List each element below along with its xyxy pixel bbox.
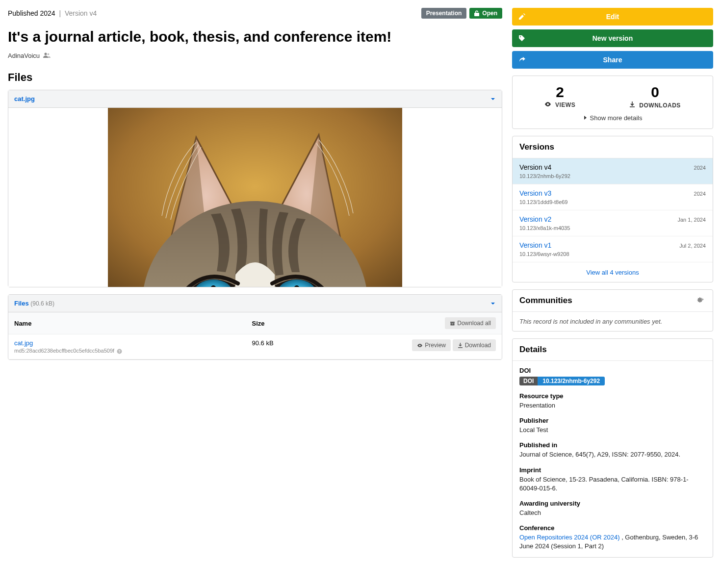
version-item[interactable]: Version v2Jan 1, 202410.123/x8a1k-m4035 bbox=[513, 210, 713, 236]
detail-key: Awarding university bbox=[519, 500, 706, 507]
chevron-down-icon[interactable] bbox=[490, 301, 496, 307]
show-more-details[interactable]: Show more details bbox=[583, 114, 643, 122]
file-preview-body bbox=[8, 108, 502, 287]
version-item[interactable]: Version v3202410.123/1ddd9-t8e69 bbox=[513, 184, 713, 210]
version-item[interactable]: Version v4202410.123/2nhmb-6y292 bbox=[513, 158, 713, 184]
detail-key: DOI bbox=[519, 367, 706, 374]
share-icon bbox=[512, 56, 532, 63]
version-doi: 10.123/6wsyr-w9208 bbox=[519, 251, 706, 257]
versions-heading: Versions bbox=[513, 136, 713, 158]
files-panel-label[interactable]: Files bbox=[14, 300, 29, 307]
detail-block: PublisherLocal Test bbox=[519, 417, 706, 435]
svg-text:?: ? bbox=[119, 350, 121, 353]
version-date: 2024 bbox=[694, 191, 706, 197]
download-button[interactable]: Download bbox=[453, 339, 496, 351]
share-button[interactable]: Share bbox=[512, 51, 713, 69]
file-size: 90.6 kB bbox=[246, 334, 312, 359]
communities-settings[interactable] bbox=[697, 297, 706, 305]
version-date: Jul 2, 2024 bbox=[679, 243, 706, 249]
communities-card: Communities This record is not included … bbox=[512, 289, 713, 332]
people-icon bbox=[43, 52, 51, 59]
file-preview-panel: cat.jpg bbox=[8, 90, 502, 287]
edit-button[interactable]: Edit bbox=[512, 8, 713, 26]
communities-heading: Communities bbox=[519, 296, 572, 306]
current-version: Version v4 bbox=[65, 9, 97, 17]
version-item[interactable]: Version v1Jul 2, 202410.123/6wsyr-w9208 bbox=[513, 236, 713, 262]
download-icon bbox=[458, 343, 463, 348]
download-all-button[interactable]: Download all bbox=[445, 317, 496, 329]
eye-icon bbox=[544, 102, 553, 108]
file-preview-header[interactable]: cat.jpg bbox=[8, 90, 502, 108]
detail-key: Imprint bbox=[519, 466, 706, 474]
detail-block: DOIDOI10.123/2nhmb-6y292 bbox=[519, 367, 706, 385]
tag-icon bbox=[512, 35, 532, 42]
eye-icon bbox=[417, 343, 423, 348]
table-row: cat.jpg md5:28acd6238ebcffbec0c5efdcc5ba… bbox=[8, 334, 502, 359]
version-doi: 10.123/x8a1k-m4035 bbox=[519, 225, 706, 231]
files-panel: Files (90.6 kB) Name Size bbox=[8, 294, 502, 360]
new-version-button[interactable]: New version bbox=[512, 29, 713, 47]
cat-image bbox=[108, 108, 402, 287]
detail-key: Publisher bbox=[519, 417, 706, 424]
caret-right-icon bbox=[583, 115, 587, 120]
detail-block: ConferenceOpen Repositories 2024 (OR 202… bbox=[519, 524, 706, 551]
access-status-badge: Open bbox=[469, 8, 502, 19]
file-link[interactable]: cat.jpg bbox=[14, 339, 33, 347]
archive-icon bbox=[450, 321, 455, 326]
version-link[interactable]: Version v2 bbox=[519, 215, 551, 223]
col-name: Name bbox=[8, 312, 246, 334]
stats-card: 2 VIEWS 0 bbox=[512, 76, 713, 129]
detail-value: Presentation bbox=[519, 401, 706, 410]
edit-icon bbox=[512, 13, 532, 20]
svg-point-0 bbox=[44, 53, 47, 55]
conference-link[interactable]: Open Repositories 2024 (OR 2024) bbox=[519, 534, 620, 541]
help-icon[interactable]: ? bbox=[117, 349, 122, 354]
download-icon bbox=[629, 102, 637, 109]
details-heading: Details bbox=[513, 339, 713, 361]
detail-key: Resource type bbox=[519, 392, 706, 400]
detail-block: Published inJournal of Science, 645(7), … bbox=[519, 441, 706, 459]
version-doi: 10.123/2nhmb-6y292 bbox=[519, 173, 706, 179]
svg-point-1 bbox=[47, 53, 49, 55]
resource-type-badge: Presentation bbox=[421, 8, 467, 19]
detail-value: Caltech bbox=[519, 509, 706, 517]
versions-card: Versions Version v4202410.123/2nhmb-6y29… bbox=[512, 136, 713, 282]
version-date: 2024 bbox=[694, 165, 706, 171]
detail-key: Published in bbox=[519, 441, 706, 449]
file-md5: md5:28acd6238ebcffbec0c5efdcc5ba509f bbox=[14, 348, 114, 354]
detail-block: Awarding universityCaltech bbox=[519, 500, 706, 517]
authors: AdinaVoicu bbox=[8, 52, 502, 59]
record-meta: Published 2024 | Version v4 bbox=[8, 9, 97, 17]
files-panel-header[interactable]: Files (90.6 kB) bbox=[8, 295, 502, 312]
chevron-down-icon[interactable] bbox=[490, 96, 496, 102]
detail-value: Book of Science, 15-23. Pasadena, Califo… bbox=[519, 475, 706, 493]
author-name[interactable]: AdinaVoicu bbox=[8, 52, 40, 59]
detail-block: Resource typePresentation bbox=[519, 392, 706, 410]
published-date: Published 2024 bbox=[8, 9, 55, 17]
files-total-size: (90.6 kB) bbox=[30, 300, 54, 307]
svg-rect-15 bbox=[458, 347, 463, 348]
detail-value: Journal of Science, 645(7), A29, ISSN: 2… bbox=[519, 450, 706, 459]
detail-key: Conference bbox=[519, 524, 706, 532]
views-count: 2 bbox=[544, 85, 575, 100]
version-link[interactable]: Version v1 bbox=[519, 241, 551, 249]
files-heading: Files bbox=[8, 71, 502, 84]
version-doi: 10.123/1ddd9-t8e69 bbox=[519, 199, 706, 205]
col-size: Size bbox=[246, 312, 312, 334]
svg-rect-10 bbox=[450, 322, 455, 323]
detail-value: Local Test bbox=[519, 426, 706, 435]
svg-rect-16 bbox=[630, 106, 635, 107]
version-label: Version v4 bbox=[519, 163, 551, 171]
doi-badge[interactable]: DOI10.123/2nhmb-6y292 bbox=[519, 377, 605, 385]
version-link[interactable]: Version v3 bbox=[519, 189, 551, 197]
details-card: Details DOIDOI10.123/2nhmb-6y292Resource… bbox=[512, 338, 713, 558]
communities-empty: This record is not included in any commu… bbox=[519, 318, 662, 325]
downloads-count: 0 bbox=[629, 85, 680, 100]
version-date: Jan 1, 2024 bbox=[678, 217, 706, 223]
unlock-icon bbox=[474, 10, 479, 16]
preview-button[interactable]: Preview bbox=[412, 339, 451, 351]
svg-rect-12 bbox=[452, 324, 453, 324]
preview-filename[interactable]: cat.jpg bbox=[14, 95, 35, 102]
view-all-versions[interactable]: View all 4 versions bbox=[586, 269, 639, 276]
record-title: It's a journal article, book, thesis, an… bbox=[8, 28, 502, 45]
